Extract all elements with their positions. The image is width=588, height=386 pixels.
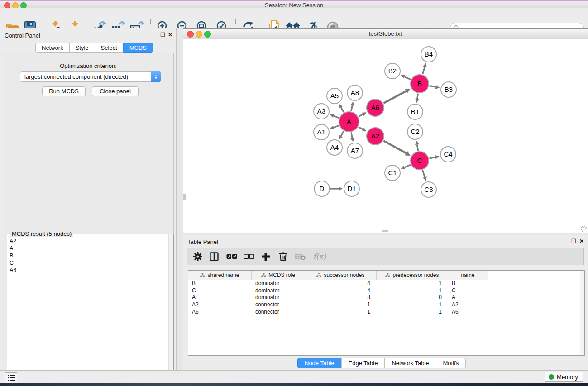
graph-edge[interactable]: [429, 157, 435, 158]
column-header[interactable]: name: [448, 271, 488, 280]
table-row[interactable]: Adominator80A: [188, 294, 580, 301]
table-toolbar: f(x): [187, 248, 584, 265]
window-title: Session: New Session: [0, 2, 588, 9]
graph-edge[interactable]: [359, 127, 363, 129]
tab-select[interactable]: Select: [95, 43, 124, 53]
tab-network[interactable]: Network: [35, 43, 70, 53]
close-panel-button[interactable]: Close panel: [92, 86, 139, 96]
edge-arrowhead: [435, 155, 440, 159]
tab-edge-table[interactable]: Edge Table: [341, 358, 385, 368]
node-label: A4: [330, 143, 339, 151]
unchecked-boxes-icon: [244, 254, 254, 259]
graph-edge[interactable]: [341, 131, 344, 136]
result-list-item[interactable]: A2: [8, 238, 169, 245]
column-header[interactable]: predecessor nodes: [377, 271, 448, 280]
table-scrollbar[interactable]: [580, 271, 584, 355]
result-list-item[interactable]: B: [8, 252, 169, 259]
resize-grip-icon[interactable]: [581, 226, 587, 232]
table-cell: 1: [377, 301, 448, 309]
attribute-icon: [200, 273, 205, 277]
result-list-item[interactable]: A6: [8, 267, 169, 274]
node-label: A2: [371, 132, 379, 140]
node-label: C4: [444, 150, 452, 158]
node-label: B3: [445, 86, 453, 93]
mcds-result-list[interactable]: A2ABCA6: [8, 238, 169, 386]
node-label: A5: [330, 92, 339, 100]
network-desktop: testGlobe.txt AA1A2A3A4A5A6A7A8BB1B2B3B4…: [177, 28, 588, 370]
network-graph[interactable]: AA1A2A3A4A5A6A7A8BB1B2B3B4CC1C2C3C4DD1: [183, 39, 588, 233]
column-header[interactable]: MCDS role: [252, 271, 305, 280]
graph-edge[interactable]: [341, 107, 344, 112]
result-list-item[interactable]: A: [8, 245, 169, 252]
show-columns-button[interactable]: [208, 251, 220, 262]
dropdown-stepper-icon: ▲▼: [151, 71, 161, 82]
table-row[interactable]: Bdominator41B: [188, 280, 580, 287]
tab-node-table[interactable]: Node Table: [297, 358, 342, 368]
control-panel-tabs: Network Style Select MCDS: [35, 43, 153, 53]
result-list-item[interactable]: C: [8, 259, 169, 267]
attribute-icon: [261, 273, 266, 277]
graph-edge[interactable]: [383, 91, 406, 103]
trash-icon: [279, 252, 287, 261]
table-cell: connector: [252, 309, 305, 316]
graph-edge[interactable]: [422, 67, 425, 74]
network-canvas[interactable]: AA1A2A3A4A5A6A7A8BB1B2B3B4CC1C2C3C4DD1: [183, 39, 588, 233]
graph-edge[interactable]: [334, 116, 339, 118]
task-history-button[interactable]: [5, 372, 17, 383]
memory-button[interactable]: Memory: [545, 372, 583, 382]
table-cell: 1: [377, 309, 448, 316]
criterion-dropdown[interactable]: largest connected component (directed) ▲…: [20, 71, 161, 82]
graph-edge[interactable]: [359, 114, 363, 117]
table-settings-button[interactable]: [192, 251, 204, 262]
attribute-icon: [316, 273, 321, 277]
node-label: B1: [411, 108, 419, 115]
network-vscrollbar[interactable]: [183, 194, 186, 200]
float-panel-icon[interactable]: ❐: [160, 32, 165, 38]
column-header[interactable]: successor nodes: [305, 271, 377, 280]
float-table-panel-icon[interactable]: ❐: [571, 238, 576, 244]
gear-icon: [193, 252, 202, 261]
unselect-all-columns-button[interactable]: [243, 251, 255, 262]
column-header[interactable]: shared name: [188, 271, 252, 280]
edge-arrowhead: [350, 102, 354, 106]
close-table-panel-icon[interactable]: ✕: [579, 238, 584, 244]
graph-edge[interactable]: [404, 76, 411, 79]
graph-edge[interactable]: [423, 170, 425, 177]
table-row[interactable]: Cdominator41C: [188, 287, 580, 295]
table-cell: A: [448, 294, 488, 301]
tab-mcds[interactable]: MCDS: [123, 43, 153, 53]
node-label: C2: [411, 128, 419, 135]
tab-network-table[interactable]: Network Table: [384, 358, 436, 368]
graph-edge[interactable]: [351, 105, 352, 111]
node-label: A7: [351, 147, 359, 154]
table-row[interactable]: A6connector11A6: [188, 309, 580, 316]
network-window-titlebar[interactable]: testGlobe.txt: [183, 29, 588, 40]
columns-icon: [210, 252, 219, 261]
run-mcds-button[interactable]: Run MCDS: [42, 86, 86, 96]
graph-edge[interactable]: [430, 86, 436, 87]
graph-edge[interactable]: [351, 133, 352, 138]
node-label: A1: [317, 128, 325, 136]
close-panel-icon[interactable]: ✕: [168, 32, 172, 38]
table-cell: C: [188, 287, 252, 295]
table-row[interactable]: A2connector11A2: [188, 301, 580, 309]
optimization-criterion-label: Optimization criterion:: [3, 62, 173, 69]
graph-edge[interactable]: [417, 145, 418, 151]
graph-edge[interactable]: [334, 125, 339, 127]
table-cell: A2: [188, 301, 252, 309]
node-table: shared nameMCDS rolesuccessor nodesprede…: [188, 270, 585, 356]
table-tabs: Node Table Edge Table Network Table Moti…: [297, 358, 466, 368]
table-cell: dominator: [252, 287, 305, 295]
edge-arrowhead: [423, 63, 427, 67]
network-hscrollbar[interactable]: [382, 230, 388, 232]
table-cell: 4: [305, 280, 377, 287]
delete-column-button[interactable]: [277, 251, 289, 262]
result-scrollbar[interactable]: [168, 234, 173, 386]
tab-style[interactable]: Style: [69, 43, 95, 53]
graph-edge[interactable]: [383, 141, 406, 153]
select-all-columns-button[interactable]: [226, 251, 238, 262]
tab-motifs[interactable]: Motifs: [436, 358, 466, 368]
graph-edge[interactable]: [404, 165, 410, 167]
create-column-button[interactable]: [260, 251, 272, 262]
graph-edge[interactable]: [417, 94, 418, 99]
